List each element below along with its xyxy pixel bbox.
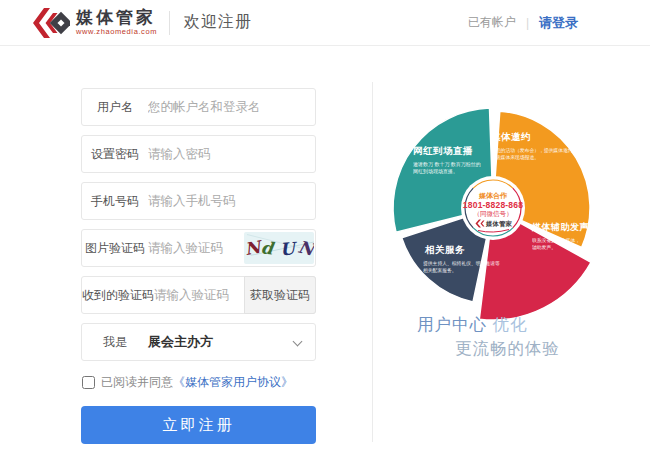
registration-page: 媒体管家 www.zhaomedia.com 欢迎注册 已有帐户 | 请登录 用… (0, 0, 650, 466)
center-brand-name: 媒体管家 (485, 220, 513, 228)
agreement-text: 已阅读并同意 (101, 374, 173, 391)
captcha-letter: d (260, 239, 274, 257)
captcha-image[interactable]: N d U N (244, 232, 314, 264)
password-field-row: 设置密码 (81, 135, 316, 173)
have-account-label: 已有帐户 (468, 14, 516, 31)
captcha-letter: N (296, 238, 314, 258)
user-agreement-link[interactable]: 《媒体管家用户协议》 (173, 374, 293, 391)
tagline-line2: 更流畅的体验 (455, 338, 560, 360)
sms-code-label: 收到的验证码 (82, 287, 154, 304)
brand-chevron-diamond-icon (30, 7, 70, 39)
center-phone-number: 1801-8828-868 (463, 200, 523, 210)
agreement-checkbox[interactable] (82, 376, 95, 389)
password-input[interactable] (148, 147, 315, 161)
header: 媒体管家 www.zhaomedia.com 欢迎注册 已有帐户 | 请登录 (0, 0, 650, 46)
tagline-line1: 用户中心 优化 (417, 314, 528, 336)
segment-desc-live-2: 网红到场现场直播。 (413, 168, 458, 175)
sms-code-field-row: 收到的验证码 获取验证码 (81, 276, 316, 314)
segment-title-services: 相关服务 (424, 244, 465, 255)
login-link[interactable]: 请登录 (539, 14, 578, 32)
segment-desc-invite-2: 邀请媒体来现场报道。 (491, 154, 539, 161)
logo-text: 媒体管家 www.zhaomedia.com (76, 9, 157, 36)
phone-input[interactable] (148, 194, 315, 208)
role-select[interactable]: 我是 展会主办方 (81, 323, 316, 361)
segment-desc-live-1: 邀请数万 数十万 数百万粉丝的 (413, 161, 481, 168)
brand-site-url: www.zhaomedia.com (76, 28, 157, 36)
page-title: 欢迎注册 (184, 12, 252, 33)
captcha-field-row: 图片验证码 N d U N (81, 229, 316, 267)
register-button[interactable]: 立即注册 (81, 406, 316, 444)
form-panel: 用户名 设置密码 手机号码 图片验证码 N d U N (0, 46, 372, 466)
service-wheel-infographic: 网红到场直播 邀请数万 数十万 数百万粉丝的 网红到场现场直播。 媒体邀约 为您… (385, 90, 630, 325)
promo-panel: 网红到场直播 邀请数万 数十万 数百万粉丝的 网红到场现场直播。 媒体邀约 为您… (372, 46, 650, 466)
segment-desc-services-1: 提供主持人、模特礼仪、明星邀请等 (423, 260, 500, 267)
center-wechat-note: （同微信号） (474, 210, 513, 218)
brand-name: 媒体管家 (76, 9, 157, 26)
segment-desc-voice-1: 联系没有到场的媒体， (532, 237, 580, 244)
segment-title-live: 网红到场直播 (413, 145, 473, 156)
username-label: 用户名 (82, 99, 148, 116)
chevron-down-icon (293, 337, 303, 347)
segment-desc-services-2: 相关配套服务。 (423, 267, 457, 274)
tagline-line1-dark: 用户中心 (417, 315, 487, 333)
username-field-row: 用户名 (81, 88, 316, 126)
phone-label: 手机号码 (82, 193, 148, 210)
header-separator: | (526, 16, 529, 30)
role-label: 我是 (82, 334, 148, 351)
segment-title-invite: 媒体邀约 (490, 131, 531, 142)
username-input[interactable] (148, 100, 315, 114)
segment-desc-voice-2: 辅助发声。 (532, 244, 556, 251)
header-divider (169, 11, 170, 35)
header-right: 已有帐户 | 请登录 (468, 14, 578, 32)
logo[interactable]: 媒体管家 www.zhaomedia.com (30, 7, 157, 39)
tagline-line1-light: 优化 (493, 315, 528, 333)
role-selected-value: 展会主办方 (148, 333, 213, 351)
segment-desc-invite-1: 为您的活动（发布会），提供媒体邀约服务， (491, 147, 587, 154)
captcha-label: 图片验证码 (82, 240, 148, 257)
phone-field-row: 手机号码 (81, 182, 316, 220)
agreement-row: 已阅读并同意 《媒体管家用户协议》 (81, 374, 316, 391)
registration-form: 用户名 设置密码 手机号码 图片验证码 N d U N (81, 88, 316, 444)
captcha-letter: N (244, 238, 261, 257)
captcha-letter: U (279, 240, 295, 258)
segment-title-voice: 媒体辅助发声 (531, 222, 589, 232)
get-sms-code-button[interactable]: 获取验证码 (244, 276, 316, 314)
password-label: 设置密码 (82, 146, 148, 163)
